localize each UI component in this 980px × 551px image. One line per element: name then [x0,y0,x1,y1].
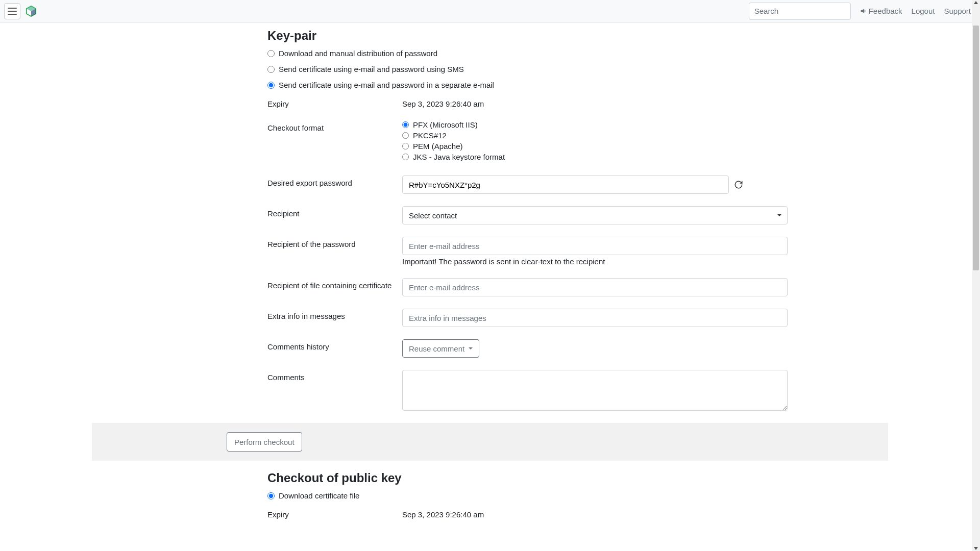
recipient-select[interactable]: Select contact [402,206,788,224]
perform-checkout-button[interactable]: Perform checkout [227,432,302,452]
distribution-label-0[interactable]: Download and manual distribution of pass… [279,49,437,58]
reuse-comment-dropdown[interactable]: Reuse comment [402,339,479,358]
distribution-radio-1[interactable] [267,66,275,73]
hamburger-menu-button[interactable] [4,3,20,19]
format-label-2[interactable]: PEM (Apache) [413,142,463,151]
distribution-radio-2[interactable] [267,82,275,89]
password-recipient-label: Recipient of the password [267,237,402,248]
recipient-row: Recipient Select contact [267,206,878,224]
comments-label: Comments [267,370,402,382]
format-option-2: PEM (Apache) [402,142,878,151]
format-option-1: PKCS#12 [402,131,878,140]
download-cert-label[interactable]: Download certificate file [279,491,359,500]
comments-row: Comments [267,370,878,411]
extra-info-input[interactable] [402,309,788,327]
comments-history-row: Comments history Reuse comment [267,339,878,358]
export-password-input[interactable] [402,176,729,194]
feedback-link[interactable]: Feedback [860,7,902,15]
expiry-value: Sep 3, 2023 9:26:40 am [402,96,878,108]
format-radio-2[interactable] [402,143,409,149]
cert-recipient-label: Recipient of file containing certificate [267,278,402,290]
distribution-radio-0[interactable] [267,50,275,57]
logout-label: Logout [912,7,935,15]
recipient-label: Recipient [267,206,402,218]
reuse-comment-label: Reuse comment [409,344,464,353]
publickey-section-title: Checkout of public key [267,471,878,485]
checkout-format-row: Checkout format PFX (Microsoft IIS) PKCS… [267,120,878,163]
distribution-option-0: Download and manual distribution of pass… [267,49,878,58]
password-clear-text-note: Important! The password is sent in clear… [402,257,878,266]
chevron-down-icon [469,347,473,349]
checkout-format-label: Checkout format [267,120,402,132]
distribution-label-2[interactable]: Send certificate using e-mail and passwo… [279,81,494,89]
format-label-3[interactable]: JKS - Java keystore format [413,153,505,161]
download-cert-option: Download certificate file [267,491,878,500]
password-label: Desired export password [267,176,402,187]
publickey-expiry-row: Expiry Sep 3, 2023 9:26:40 am [267,507,878,519]
action-bar: Perform checkout [92,423,888,461]
feedback-label: Feedback [869,7,902,15]
format-option-3: JKS - Java keystore format [402,153,878,161]
regenerate-password-icon[interactable] [734,180,743,189]
navbar: Feedback Logout Support [0,0,980,22]
support-link[interactable]: Support [944,7,971,15]
keypair-section-title: Key-pair [267,29,878,43]
distribution-label-1[interactable]: Send certificate using e-mail and passwo… [279,65,464,73]
logout-link[interactable]: Logout [912,7,935,15]
format-label-0[interactable]: PFX (Microsoft IIS) [413,120,478,129]
app-logo[interactable] [26,6,37,17]
megaphone-icon [860,8,867,14]
format-radio-0[interactable] [402,121,409,128]
scrollbar[interactable] [972,0,980,551]
search-input[interactable] [749,3,851,20]
navbar-right: Feedback Logout Support [749,3,976,20]
support-label: Support [944,7,971,15]
comments-textarea[interactable] [402,370,788,411]
publickey-expiry-value: Sep 3, 2023 9:26:40 am [402,507,878,519]
password-row: Desired export password [267,176,878,194]
cert-recipient-row: Recipient of file containing certificate [267,278,878,296]
format-label-1[interactable]: PKCS#12 [413,131,447,140]
extra-info-label: Extra info in messages [267,309,402,320]
distribution-option-1: Send certificate using e-mail and passwo… [267,65,878,73]
password-recipient-row: Recipient of the password Important! The… [267,237,878,266]
format-option-0: PFX (Microsoft IIS) [402,120,878,129]
format-radio-3[interactable] [402,154,409,160]
cert-recipient-input[interactable] [402,278,788,296]
scrollbar-thumb[interactable] [973,26,979,270]
expiry-label: Expiry [267,96,402,108]
scroll-up-arrow-icon[interactable] [974,1,978,4]
comments-history-label: Comments history [267,339,402,351]
main-content: Key-pair Download and manual distributio… [92,29,888,551]
distribution-option-2: Send certificate using e-mail and passwo… [267,81,878,89]
extra-info-row: Extra info in messages [267,309,878,327]
download-cert-radio[interactable] [267,492,275,499]
format-radio-1[interactable] [402,132,409,139]
password-recipient-input[interactable] [402,237,788,255]
scroll-down-arrow-icon[interactable] [974,547,978,550]
expiry-row: Expiry Sep 3, 2023 9:26:40 am [267,96,878,108]
publickey-expiry-label: Expiry [267,507,402,519]
